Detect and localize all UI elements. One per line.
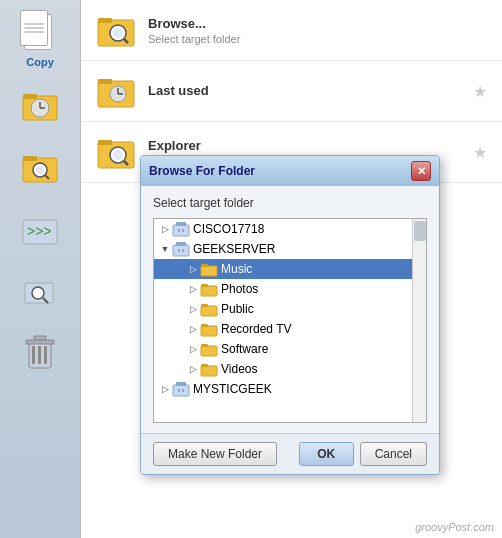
page-line bbox=[24, 23, 44, 25]
svg-rect-41 bbox=[176, 242, 186, 246]
tree-scrollbar[interactable] bbox=[412, 219, 426, 422]
tree-item-software[interactable]: ▷ Software bbox=[154, 339, 426, 359]
tree-label-videos: Videos bbox=[221, 362, 257, 376]
browse-for-folder-dialog: Browse For Folder ✕ Select target folder… bbox=[140, 155, 440, 475]
svg-rect-38 bbox=[178, 229, 180, 232]
folder-icon-music bbox=[200, 261, 218, 277]
toolbar-recycle[interactable] bbox=[11, 328, 69, 378]
tree-label-photos: Photos bbox=[221, 282, 258, 296]
dialog-close-button[interactable]: ✕ bbox=[411, 161, 431, 181]
last-used-icon bbox=[96, 71, 136, 111]
watermark: groovyPost.com bbox=[415, 521, 494, 533]
svg-rect-45 bbox=[201, 264, 208, 267]
toolbar-search[interactable] bbox=[11, 266, 69, 316]
recycle-bin-icon bbox=[24, 334, 56, 372]
browse-text: Browse... Select target folder bbox=[148, 16, 487, 45]
tree-item-music[interactable]: ▷ Music bbox=[154, 259, 426, 279]
svg-rect-55 bbox=[201, 364, 208, 367]
tree-toggle-videos[interactable]: ▷ bbox=[186, 362, 200, 376]
svg-rect-32 bbox=[98, 140, 112, 145]
folder-icon-software bbox=[200, 341, 218, 357]
browse-entry[interactable]: Browse... Select target folder bbox=[81, 0, 502, 61]
ok-cancel-group: OK Cancel bbox=[299, 442, 427, 466]
folder-icon-recorded-tv bbox=[200, 321, 218, 337]
dialog-buttons: Make New Folder OK Cancel bbox=[141, 433, 439, 474]
tree-label-mysticgeek: MYSTICGEEK bbox=[193, 382, 272, 396]
folder-magnifier-icon bbox=[21, 150, 59, 184]
tree-toggle-geekserver[interactable]: ▼ bbox=[158, 242, 172, 256]
copy-label: Copy bbox=[26, 56, 54, 68]
svg-point-13 bbox=[32, 287, 44, 299]
browse-folder-icon bbox=[96, 12, 136, 48]
copy-tool[interactable]: Copy bbox=[20, 10, 60, 68]
tree-label-software: Software bbox=[221, 342, 268, 356]
tree-toggle-mysticgeek[interactable]: ▷ bbox=[158, 382, 172, 396]
svg-rect-39 bbox=[182, 229, 184, 232]
make-new-folder-button[interactable]: Make New Folder bbox=[153, 442, 277, 466]
last-used-entry[interactable]: Last used ★ bbox=[81, 61, 502, 122]
explorer-title: Explorer bbox=[148, 138, 487, 153]
browse-icon bbox=[96, 10, 136, 50]
svg-rect-52 bbox=[201, 346, 217, 356]
toolbar-last-used[interactable] bbox=[11, 80, 69, 130]
page-line bbox=[24, 27, 44, 29]
svg-rect-57 bbox=[176, 382, 186, 386]
toolbar-explorer[interactable] bbox=[11, 142, 69, 192]
folder-icon-public bbox=[200, 301, 218, 317]
svg-rect-20 bbox=[34, 336, 46, 340]
explorer-icon bbox=[96, 132, 136, 172]
folder-icon-videos bbox=[200, 361, 218, 377]
toolbar: Copy bbox=[0, 0, 80, 538]
dialog-prompt: Select target folder bbox=[153, 196, 427, 210]
tree-toggle-recorded-tv[interactable]: ▷ bbox=[186, 322, 200, 336]
tree-toggle-public[interactable]: ▷ bbox=[186, 302, 200, 316]
svg-rect-36 bbox=[173, 225, 189, 236]
svg-text:>>>: >>> bbox=[27, 223, 52, 239]
tree-item-cisco[interactable]: ▷ CISCO17718 bbox=[154, 219, 426, 239]
svg-rect-27 bbox=[98, 79, 112, 84]
scrollbar-thumb[interactable] bbox=[414, 221, 426, 241]
last-used-text: Last used bbox=[148, 83, 487, 100]
svg-point-8 bbox=[36, 166, 44, 174]
svg-rect-51 bbox=[201, 324, 208, 327]
svg-rect-22 bbox=[98, 18, 112, 23]
explorer-folder-icon bbox=[96, 134, 136, 170]
svg-rect-46 bbox=[201, 286, 217, 296]
network-icon-cisco bbox=[172, 221, 190, 237]
dialog-title: Browse For Folder bbox=[149, 164, 255, 178]
svg-rect-50 bbox=[201, 326, 217, 336]
svg-rect-59 bbox=[182, 389, 184, 392]
tree-item-recorded-tv[interactable]: ▷ Recorded TV bbox=[154, 319, 426, 339]
tree-label-geekserver: GEEKSERVER bbox=[193, 242, 275, 256]
svg-rect-1 bbox=[23, 94, 37, 99]
tree-item-public[interactable]: ▷ Public bbox=[154, 299, 426, 319]
folder-icon-photos bbox=[200, 281, 218, 297]
svg-rect-47 bbox=[201, 284, 208, 287]
last-used-folder-icon bbox=[96, 73, 136, 109]
tree-label-cisco: CISCO17718 bbox=[193, 222, 264, 236]
last-used-star[interactable]: ★ bbox=[473, 82, 487, 101]
svg-rect-58 bbox=[178, 389, 180, 392]
tree-label-recorded-tv: Recorded TV bbox=[221, 322, 291, 336]
tree-item-geekserver[interactable]: ▼ GEEKSERVER bbox=[154, 239, 426, 259]
explorer-star[interactable]: ★ bbox=[473, 143, 487, 162]
svg-rect-56 bbox=[173, 385, 189, 396]
svg-rect-54 bbox=[201, 366, 217, 376]
svg-rect-48 bbox=[201, 306, 217, 316]
tree-toggle-music[interactable]: ▷ bbox=[186, 262, 200, 276]
arrows-icon: >>> bbox=[21, 212, 59, 246]
tree-item-mysticgeek[interactable]: ▷ MYSTICGEEK bbox=[154, 379, 426, 399]
folder-tree[interactable]: ▷ CISCO17718 ▼ bbox=[153, 218, 427, 423]
tree-toggle-software[interactable]: ▷ bbox=[186, 342, 200, 356]
cancel-button[interactable]: Cancel bbox=[360, 442, 427, 466]
ok-button[interactable]: OK bbox=[299, 442, 354, 466]
svg-rect-49 bbox=[201, 304, 208, 307]
tree-item-videos[interactable]: ▷ Videos bbox=[154, 359, 426, 379]
svg-point-34 bbox=[113, 150, 123, 160]
toolbar-arrows[interactable]: >>> bbox=[11, 204, 69, 254]
tree-item-photos[interactable]: ▷ Photos bbox=[154, 279, 426, 299]
tree-toggle-cisco[interactable]: ▷ bbox=[158, 222, 172, 236]
tree-toggle-photos[interactable]: ▷ bbox=[186, 282, 200, 296]
svg-rect-42 bbox=[178, 249, 180, 252]
svg-rect-16 bbox=[32, 346, 35, 364]
